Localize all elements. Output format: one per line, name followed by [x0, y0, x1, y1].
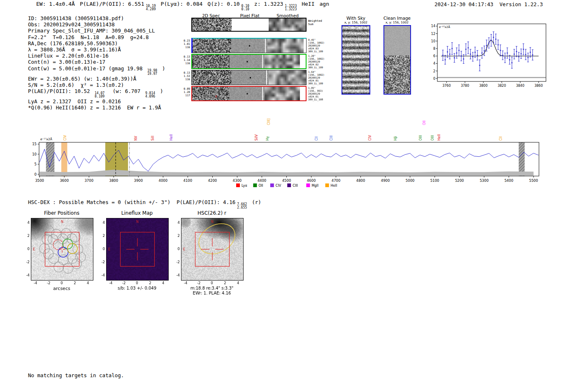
cutout-grid: 2D Spec Pixel Flat Smoothed Weighted Sum… — [182, 12, 334, 106]
legend-label: HeII — [331, 184, 337, 188]
meta-line: 20200129 — [308, 92, 323, 95]
footer-notes: No matching targets in catalog. Row inte… — [28, 360, 124, 392]
x-tick-label: -4 — [32, 281, 39, 285]
extraction-square — [121, 232, 155, 267]
data-point — [518, 56, 520, 58]
meta-line: 309_LL_108 — [308, 98, 323, 101]
data-point — [470, 53, 471, 55]
lineflux-map-title: Lineflux Map — [106, 210, 168, 216]
data-point — [509, 59, 510, 60]
scale-value: 116 — [182, 46, 190, 49]
summary-uncertainty: 10.194.289 — [146, 5, 156, 11]
gaussian-fit-line — [441, 40, 539, 56]
y-tick-label: 10 — [32, 152, 37, 156]
data-point — [456, 53, 458, 54]
weighted-smoothed-image — [269, 19, 306, 31]
info-line: Primary Spec_Slot_IFU_AMP: 309_046_005_L… — [28, 28, 170, 34]
summary-text: EW: 1.4±0.4Å — [36, 1, 75, 7]
scale-value: 116 — [182, 62, 190, 65]
data-point — [449, 53, 451, 55]
data-point — [502, 55, 504, 56]
cutout-row-scale-labels: 0.091.28117 — [182, 87, 190, 97]
data-point — [442, 55, 444, 56]
info-line: λ = 3808.36Å σ = 3.99(±1.16)Å — [28, 46, 170, 53]
data-point — [447, 51, 448, 53]
summary-text: agn — [320, 1, 329, 7]
data-point — [486, 45, 487, 46]
fiber-circle — [39, 244, 49, 253]
data-point — [481, 53, 483, 54]
x-tick-label: 2 — [72, 281, 78, 285]
emission-line-label: CII — [315, 137, 318, 141]
cutout-strip — [191, 54, 307, 69]
scale-value: 0.23 — [182, 39, 190, 42]
legend-swatch — [325, 183, 329, 187]
info-uncertainty: 9.8144.096 — [145, 92, 155, 98]
center-crosshair — [126, 238, 149, 260]
emission-line-label: OIII — [419, 135, 423, 141]
cutout-row: 0.091.28117x1.05"(156, 993)20200129v024_… — [182, 86, 334, 101]
x-tick-label: 2 — [147, 281, 153, 285]
info-line: LineFlux = 2.20(±0.61)e-16 — [28, 53, 170, 59]
info-text: RA,Dec (176.628189,50.590363) — [28, 40, 118, 46]
x-tick-label: 5300 — [480, 179, 489, 183]
fiber-circle — [54, 262, 64, 272]
meta-line: v024_01 — [308, 95, 323, 98]
cutout-row-meta: 1.20"(156, 1002)20200129v024_02309_LL_10… — [308, 54, 325, 69]
scale-value: 1.28 — [182, 90, 190, 94]
info-text: ) — [162, 65, 165, 72]
summary-uncertainty: 1.32231.3223 — [285, 5, 297, 11]
data-point — [451, 48, 453, 49]
x-tick-label: -2 — [121, 281, 127, 285]
data-point — [479, 65, 481, 66]
fiber-xaxis-label: arcsecs — [27, 286, 97, 291]
meta-line: 309_LL_109 — [308, 66, 325, 69]
info-text: Cont(w) = 5.00(±0.01)e-17 (gmag 19.98 — [28, 65, 146, 72]
info-line: ID: 3005911438 (3005911438.pdf) — [28, 15, 170, 21]
uncertainty-lower: 19.97 — [147, 72, 157, 76]
info-line: S/N = 5.2(±0.6) χ² = 1.3(±0.2) — [28, 82, 170, 88]
meta-line: v024_02 — [308, 63, 325, 66]
emission-line-label: Hβ — [394, 136, 397, 141]
summary-text: P(Lyα): 0.084 — [161, 1, 203, 7]
y-tick-label: 6 — [433, 54, 435, 58]
data-point — [454, 57, 455, 58]
cutout-smoothed-image — [269, 70, 306, 85]
emission-line-label: HeII — [170, 134, 173, 141]
info-text: Cont(n) = 3.00(±0.13)e-17 — [28, 59, 105, 65]
version-label: Version 1.22.3 — [499, 1, 543, 7]
scale-value: 1.14 — [182, 58, 190, 62]
x-tick-label: 3840 — [516, 84, 524, 88]
cutout-pixelflat-image — [232, 70, 269, 85]
info-line: EWr = 2.30(±0.65) (w: 1.40(±0.39))Å — [28, 76, 170, 82]
lineflux-caption: s/b: 1.03 +/- 0.049 — [102, 286, 172, 290]
cutout-row: 0.131.141161.20"(156, 1002)20200129v024_… — [182, 54, 334, 69]
x-tick-label: 4400 — [258, 179, 267, 183]
masked-source-dashed-circle — [181, 218, 192, 228]
y-tick-label: 0 — [433, 77, 435, 81]
y-tick-label: -2 — [23, 260, 30, 264]
x-tick-label: 3820 — [497, 84, 506, 88]
data-point — [511, 62, 513, 63]
data-points-group — [442, 32, 533, 71]
info-line: P(LAE)/P(OII): 10.52 14.078.109 (w: 6.70… — [28, 88, 170, 98]
emission-line-label: NV — [134, 136, 138, 141]
data-point — [507, 53, 508, 54]
x-tick-label: 5000 — [406, 179, 415, 183]
scale-value: 116 — [182, 78, 190, 81]
scale-value: 0.09 — [182, 87, 190, 90]
x-tick-label: 2 — [222, 281, 228, 285]
x-tick-label: 4100 — [183, 179, 193, 183]
y-tick-label: -2 — [173, 260, 180, 264]
info-line: F=2.2" T=0.126 N=1.18 A=0.89 g=24.8 — [28, 34, 170, 40]
summary-text: z: 1.3223 — [254, 1, 283, 7]
center-crosshair — [59, 246, 65, 253]
compass-north-label: N — [211, 220, 214, 224]
legend-label: CIV — [276, 184, 281, 188]
info-text: LyA z = 2.1327 OII z = 0.0216 — [28, 98, 121, 104]
compass-north-label: N — [61, 220, 63, 224]
emission-line-label: CIII] — [267, 118, 271, 125]
fiber-circle — [67, 234, 77, 244]
cutout-strip: x — [191, 86, 307, 101]
y-tick-label: 4 — [173, 220, 180, 225]
